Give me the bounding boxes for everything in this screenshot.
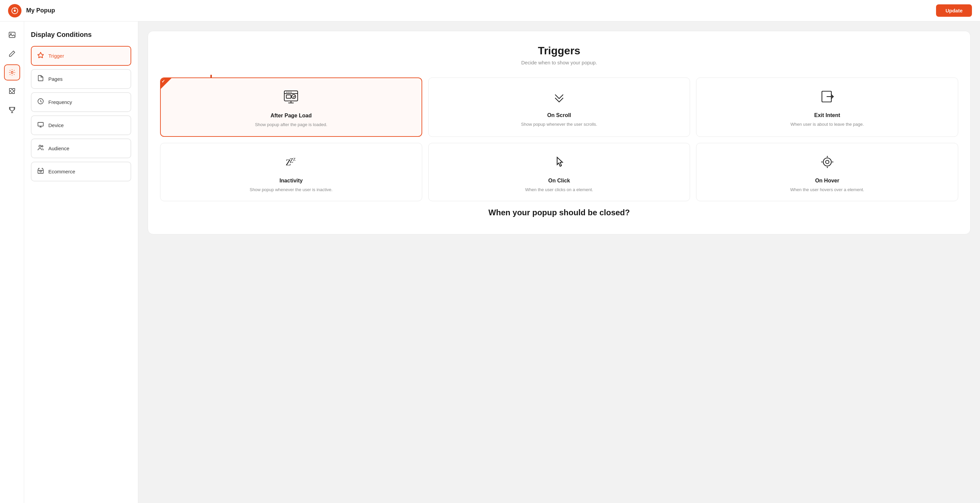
after-page-load-icon <box>283 89 299 108</box>
topbar-left: My Popup <box>8 4 55 17</box>
sidebar-label-frequency: Frequency <box>48 99 72 105</box>
on-click-icon <box>551 154 567 173</box>
app-title: My Popup <box>26 7 55 14</box>
trigger-desc-exit-intent: When user is about to leave the page. <box>791 121 864 128</box>
icon-rail <box>0 21 24 503</box>
trigger-name-on-hover: On Hover <box>815 178 839 184</box>
svg-point-11 <box>39 145 41 147</box>
rail-item-puzzle[interactable] <box>4 83 20 99</box>
checkmark-after-page-load <box>161 78 172 89</box>
audience-icon <box>38 144 44 152</box>
rail-item-edit[interactable] <box>4 46 20 62</box>
main-content: Triggers Decide when to show your popup. <box>138 21 980 503</box>
sidebar-label-pages: Pages <box>48 76 63 82</box>
rail-item-settings[interactable] <box>4 64 20 81</box>
sidebar-label-trigger: Trigger <box>48 53 64 59</box>
trigger-card-on-hover[interactable]: On Hover When the user hovers over a ele… <box>696 143 958 202</box>
sidebar-item-frequency[interactable]: Frequency <box>31 92 131 112</box>
sidebar-title: Display Conditions <box>31 31 131 38</box>
svg-point-5 <box>11 71 13 73</box>
svg-point-32 <box>826 160 829 163</box>
trigger-name-on-scroll: On Scroll <box>547 112 571 118</box>
sidebar-label-device: Device <box>48 122 64 128</box>
svg-rect-13 <box>40 170 41 172</box>
trigger-name-on-click: On Click <box>549 178 570 184</box>
svg-point-22 <box>292 95 296 98</box>
trigger-card-on-click[interactable]: On Click When the user clicks on a eleme… <box>428 143 690 202</box>
svg-rect-3 <box>9 32 15 38</box>
sidebar-item-device[interactable]: Device <box>31 115 131 135</box>
sidebar: Display Conditions Trigger Pages <box>24 21 138 503</box>
trigger-card-inactivity[interactable]: Z Z Z Inactivity Show popup whenever the… <box>160 143 422 202</box>
svg-point-1 <box>14 10 16 12</box>
triggers-title: Triggers <box>160 44 958 57</box>
trigger-card-after-page-load[interactable]: After Page Load Show popup after the pag… <box>160 78 422 137</box>
svg-marker-6 <box>38 52 44 58</box>
trigger-name-exit-intent: Exit Intent <box>814 112 840 118</box>
svg-point-31 <box>823 158 831 166</box>
trigger-desc-on-click: When the user clicks on a element. <box>525 186 593 193</box>
sidebar-item-ecommerce[interactable]: Ecommerce <box>31 162 131 181</box>
exit-intent-icon <box>819 89 835 108</box>
on-hover-icon <box>819 154 835 173</box>
closed-section-title: When your popup should be closed? <box>160 201 958 221</box>
trigger-name-after-page-load: After Page Load <box>270 113 312 119</box>
on-scroll-icon <box>551 89 567 108</box>
trigger-desc-on-scroll: Show popup whenever the user scrolls. <box>521 121 597 128</box>
svg-rect-8 <box>38 122 43 126</box>
inactivity-icon: Z Z Z <box>283 154 299 173</box>
rail-item-trophy[interactable] <box>4 102 20 118</box>
trigger-name-inactivity: Inactivity <box>280 178 303 184</box>
trigger-card-exit-intent[interactable]: Exit Intent When user is about to leave … <box>696 78 958 137</box>
sidebar-item-audience[interactable]: Audience <box>31 138 131 158</box>
sidebar-label-audience: Audience <box>48 146 70 151</box>
update-button[interactable]: Update <box>936 4 972 17</box>
pages-icon <box>38 75 44 83</box>
sidebar-label-ecommerce: Ecommerce <box>48 169 75 175</box>
trigger-desc-on-hover: When the user hovers over a element. <box>790 186 864 193</box>
trigger-desc-inactivity: Show popup whenever the user is inactive… <box>250 186 332 193</box>
triggers-card: Triggers Decide when to show your popup. <box>148 31 970 235</box>
trigger-icon <box>38 52 44 60</box>
rail-item-image[interactable] <box>4 27 20 43</box>
trigger-desc-after-page-load: Show popup after the page is loaded. <box>255 121 327 128</box>
svg-text:Z: Z <box>293 157 296 162</box>
frequency-icon <box>38 98 44 106</box>
triggers-subtitle: Decide when to show your popup. <box>160 60 958 65</box>
ecommerce-icon <box>38 168 44 175</box>
svg-point-12 <box>41 146 43 147</box>
topbar: My Popup Update <box>0 0 980 21</box>
svg-rect-21 <box>286 95 291 98</box>
logo-icon <box>8 4 21 17</box>
sidebar-item-pages[interactable]: Pages <box>31 69 131 89</box>
triggers-grid: After Page Load Show popup after the pag… <box>160 78 958 201</box>
sidebar-item-trigger[interactable]: Trigger <box>31 46 131 66</box>
device-icon <box>38 121 44 129</box>
trigger-card-on-scroll[interactable]: On Scroll Show popup whenever the user s… <box>428 78 690 137</box>
main-layout: Display Conditions Trigger Pages <box>0 21 980 503</box>
